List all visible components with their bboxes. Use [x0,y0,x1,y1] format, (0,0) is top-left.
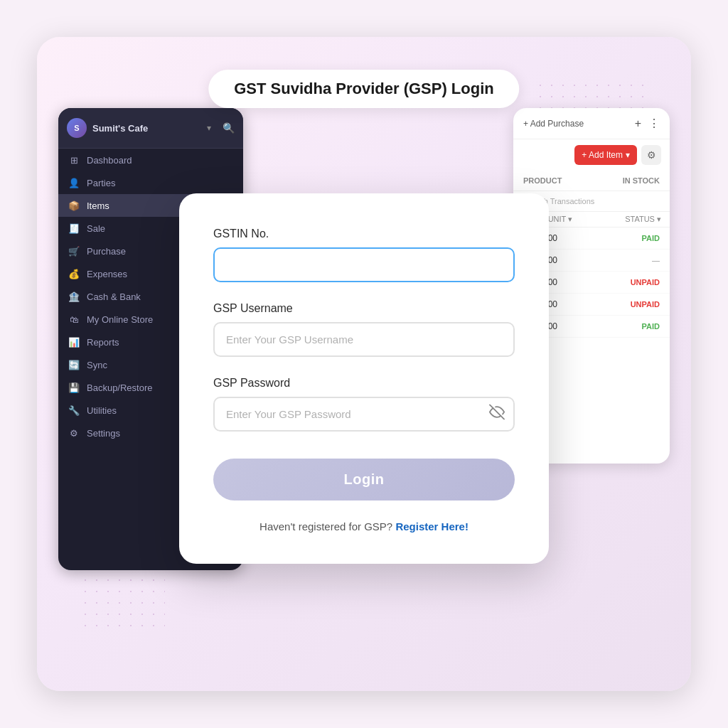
settings-icon: ⚙ [68,427,80,439]
status-badge: PAID [642,234,660,242]
username-input[interactable] [213,322,515,357]
more-icon[interactable]: ⋮ [648,117,660,130]
utilities-icon: 🔧 [68,405,80,416]
add-purchase-label[interactable]: + Add Purchase [523,119,584,129]
sidebar-item-label: Utilities [87,405,117,416]
status-col-header: STATUS ▾ [625,215,661,224]
dots-pattern-bl [80,563,165,634]
add-item-label: + Add Item [582,150,623,160]
backup-icon: 💾 [68,382,80,393]
plus-icon[interactable]: + [635,117,641,130]
search-icon[interactable]: 🔍 [223,122,235,134]
gstin-label: GSTIN No. [213,228,515,240]
items-icon: 📦 [68,200,80,211]
add-item-chevron: ▾ [626,150,630,160]
sidebar-item-label: My Online Store [87,314,153,325]
status-badge: PAID [642,322,660,331]
sidebar-item-label: Items [87,200,109,211]
sidebar-item-label: Backup/Restore [87,382,153,393]
gstin-input[interactable] [213,247,515,282]
sidebar-item-dashboard[interactable]: ⊞ Dashboard [58,149,243,171]
username-field-group: GSP Username [213,302,515,357]
sidebar-item-label: Dashboard [87,155,132,166]
cash-bank-icon: 🏦 [68,291,80,302]
expenses-icon: 💰 [68,268,80,279]
sidebar-item-label: Purchase [87,246,126,257]
sale-icon: 🧾 [68,223,80,234]
sidebar-item-parties[interactable]: 👤 Parties [58,171,243,194]
reports-icon: 📊 [68,336,80,348]
chevron-icon: ▾ [207,123,211,133]
register-prompt: Haven't registered for GSP? [259,520,392,532]
password-label: GSP Password [213,377,515,390]
purchase-icon: 🛒 [68,245,80,257]
sidebar-header: S Sumit's Cafe ▾ 🔍 [58,108,243,149]
sidebar-item-label: Expenses [87,269,127,279]
outer-container: S Sumit's Cafe ▾ 🔍 ⊞ Dashboard 👤 Parties… [37,37,691,691]
password-wrapper [213,397,515,432]
status-badge: UNPAID [631,300,660,309]
sync-icon: 🔄 [68,359,80,370]
password-input[interactable] [213,397,515,432]
col-product: PRODUCT [523,176,562,185]
page-title-text: GST Suvidha Provider (GSP) Login [234,80,493,97]
status-badge: UNPAID [631,278,660,287]
sidebar-item-label: Cash & Bank [87,291,141,302]
login-button[interactable]: Login [213,459,515,500]
sidebar-item-label: Sale [87,223,105,234]
page-title: GST Suvidha Provider (GSP) Login [208,70,519,108]
parties-icon: 👤 [68,177,80,188]
add-item-button[interactable]: + Add Item ▾ [574,145,637,165]
cafe-name: Sumit's Cafe [92,123,148,134]
dashboard-icon: ⊞ [68,154,80,166]
store-icon: 🛍 [68,314,80,325]
col-in-stock: IN STOCK [623,176,660,185]
sidebar-item-label: Sync [87,360,107,370]
right-table-header: PRODUCT IN STOCK [513,171,670,191]
gstin-field-group: GSTIN No. [213,228,515,282]
right-panel-actions: + Add Item ▾ ⚙ [513,139,670,171]
register-here-link[interactable]: Register Here! [395,520,469,532]
sidebar-item-label: Parties [87,178,115,188]
right-panel-header: + Add Purchase + ⋮ [513,108,670,139]
status-badge: — [652,256,660,264]
toggle-password-icon[interactable] [489,405,505,424]
password-field-group: GSP Password [213,377,515,432]
sidebar-item-label: Reports [87,337,119,348]
login-modal: GSTIN No. GSP Username GSP Password [179,193,549,564]
register-text-block: Haven't registered for GSP? Register Her… [213,520,515,532]
avatar: S [67,118,87,138]
username-label: GSP Username [213,302,515,315]
sidebar-item-label: Settings [87,428,120,439]
gear-icon[interactable]: ⚙ [641,145,661,165]
